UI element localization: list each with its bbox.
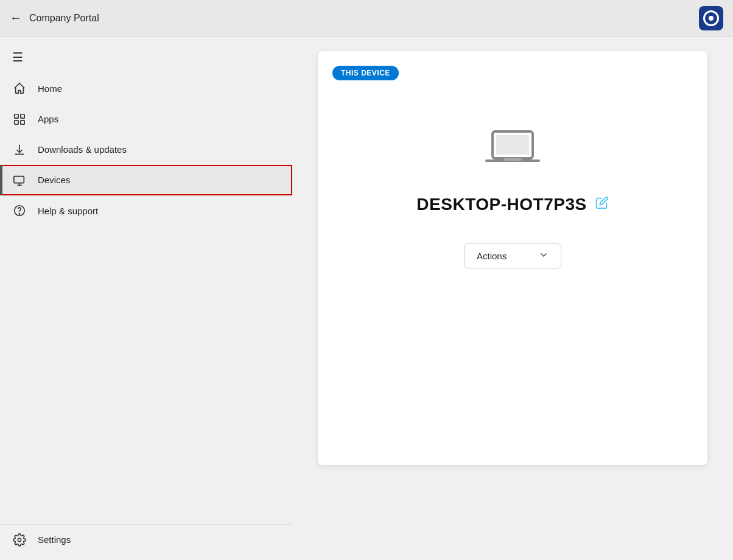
apps-icon — [12, 112, 27, 125]
help-icon — [12, 204, 27, 217]
sidebar-item-downloads-label: Downloads & updates — [38, 144, 127, 155]
app-logo — [699, 6, 723, 30]
svg-rect-0 — [15, 114, 18, 117]
svg-rect-2 — [15, 120, 18, 124]
actions-dropdown[interactable]: Actions — [464, 243, 561, 268]
svg-rect-9 — [496, 135, 529, 155]
svg-rect-1 — [21, 114, 24, 117]
actions-label: Actions — [477, 251, 507, 261]
devices-icon — [12, 173, 27, 187]
back-button[interactable]: ← — [10, 11, 22, 25]
chevron-down-icon — [539, 250, 549, 262]
svg-point-6 — [19, 214, 19, 214]
download-icon — [12, 143, 27, 156]
sidebar-item-settings-label: Settings — [38, 534, 71, 545]
sidebar-item-apps-label: Apps — [38, 114, 58, 124]
sidebar-item-help-label: Help & support — [38, 206, 98, 216]
sidebar-item-home[interactable]: Home — [0, 73, 292, 103]
svg-rect-3 — [21, 120, 24, 124]
device-name: DESKTOP-HOT7P3S — [416, 195, 586, 214]
svg-rect-4 — [14, 177, 24, 183]
sidebar-bottom: Settings — [0, 524, 292, 555]
sidebar-item-settings[interactable]: Settings — [0, 525, 292, 555]
main-content: THIS DEVICE DESKTOP-HOT7P3S — [292, 37, 733, 560]
svg-point-7 — [18, 538, 21, 542]
device-name-row: DESKTOP-HOT7P3S — [416, 195, 608, 214]
logo-dot — [709, 16, 714, 21]
sidebar-item-devices-label: Devices — [38, 175, 70, 185]
hamburger-menu-button[interactable]: ☰ — [0, 41, 292, 73]
settings-icon — [12, 533, 27, 547]
app-header: ← Company Portal — [0, 0, 733, 37]
device-icon-area — [485, 124, 540, 175]
edit-device-name-button[interactable] — [595, 196, 609, 213]
sidebar-item-devices[interactable]: Devices — [0, 165, 292, 195]
laptop-icon — [485, 164, 540, 175]
sidebar-item-downloads[interactable]: Downloads & updates — [0, 135, 292, 165]
app-title: Company Portal — [29, 13, 99, 24]
main-layout: ☰ Home Apps — [0, 37, 733, 560]
this-device-badge: THIS DEVICE — [332, 66, 399, 80]
sidebar-item-home-label: Home — [38, 83, 62, 94]
hamburger-icon: ☰ — [12, 50, 23, 65]
svg-rect-10 — [503, 158, 522, 161]
sidebar-item-help[interactable]: Help & support — [0, 195, 292, 226]
sidebar: ☰ Home Apps — [0, 37, 292, 560]
home-icon — [12, 82, 27, 95]
sidebar-item-apps[interactable]: Apps — [0, 103, 292, 134]
device-card: THIS DEVICE DESKTOP-HOT7P3S — [318, 51, 707, 465]
logo-ring — [703, 10, 719, 26]
